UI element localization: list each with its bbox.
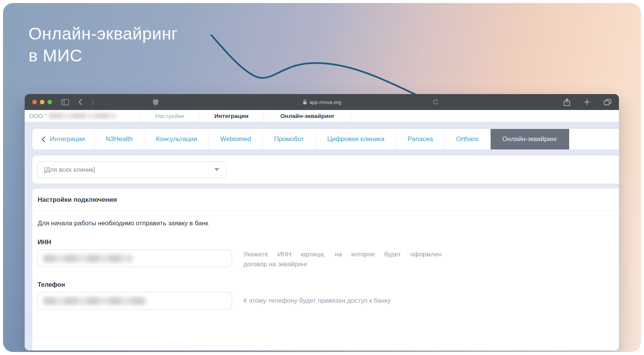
sidebar-icon[interactable]	[61, 99, 69, 105]
breadcrumb-settings[interactable]: Настройки	[140, 110, 199, 122]
tab-bar-filler	[569, 129, 619, 149]
breadcrumb-integrations[interactable]: Интеграции	[199, 110, 264, 122]
browser-window: app.rnova.org	[25, 94, 619, 350]
tab-digital-clinic[interactable]: Цифровая клиника	[316, 129, 396, 149]
chevron-down-icon	[214, 168, 219, 171]
new-tab-icon[interactable]	[584, 99, 590, 105]
tab-promobot[interactable]: Промобот	[262, 129, 316, 149]
tab-n3health[interactable]: N3Health	[94, 129, 144, 149]
app-page: Интеграции N3Health Консультации Webiome…	[25, 122, 619, 350]
inn-field-group: ИНН Укажите ИНН юрлица, на которое будет…	[38, 239, 614, 270]
gradient-background: Онлайн-эквайринг в МИС	[3, 3, 641, 352]
forward-icon[interactable]	[91, 99, 95, 105]
inn-label: ИНН	[38, 239, 614, 246]
breadcrumb-acquiring[interactable]: Онлайн-эквайринг	[264, 110, 351, 122]
refresh-icon[interactable]	[432, 99, 439, 105]
slide-title-line2: в МИС	[28, 45, 178, 67]
tab-webiomed[interactable]: Webiomed	[208, 129, 262, 149]
phone-field-group: Телефон К этому телефону будет привязан …	[38, 281, 614, 309]
slide-title-line1: Онлайн-эквайринг	[28, 23, 178, 45]
clinic-filter-value: [Для всех клиник]	[44, 166, 95, 173]
phone-hint: К этому телефону будет привязан доступ к…	[243, 296, 442, 306]
tab-overview-icon[interactable]	[604, 99, 611, 105]
chevron-left-icon	[41, 136, 46, 143]
inn-input[interactable]	[38, 250, 232, 267]
tab-consultations[interactable]: Консультации	[144, 129, 208, 149]
address-bar[interactable]: app.rnova.org	[303, 94, 341, 110]
clinic-filter-select[interactable]: [Для всех клиник]	[37, 161, 226, 178]
back-icon[interactable]	[78, 99, 82, 105]
browser-toolbar: app.rnova.org	[25, 94, 619, 110]
close-window-button[interactable]	[32, 100, 37, 104]
share-icon[interactable]	[564, 98, 570, 106]
tab-orthanc[interactable]: Orthanc	[444, 129, 490, 149]
lock-icon	[303, 99, 307, 105]
integration-tab-bar: Интеграции N3Health Консультации Webiome…	[32, 129, 619, 149]
phone-label: Телефон	[38, 281, 614, 288]
clinic-filter-card: [Для всех клиник]	[32, 156, 619, 184]
url-text: app.rnova.org	[309, 99, 341, 105]
connection-settings-form: Для начала работы необходимо отправить з…	[32, 210, 619, 309]
shield-icon[interactable]	[153, 99, 159, 106]
phone-value-blurred	[43, 297, 147, 305]
form-intro-text: Для начала работы необходимо отправить з…	[38, 220, 614, 227]
phone-input[interactable]	[38, 292, 232, 309]
company-prefix: ООО "	[29, 113, 47, 119]
breadcrumb-company[interactable]: ООО "	[25, 110, 140, 122]
minimize-window-button[interactable]	[40, 100, 44, 104]
tab-back-integrations[interactable]: Интеграции	[32, 129, 94, 149]
section-title: Настройки подключения	[32, 188, 619, 210]
inn-hint-line1: Укажите ИНН юрлица, на которое будет офо…	[243, 250, 442, 259]
inn-hint: Укажите ИНН юрлица, на которое будет офо…	[243, 250, 442, 270]
company-name-blurred	[49, 113, 116, 119]
breadcrumb: ООО " Настройки Интеграции Онлайн-эквайр…	[25, 110, 619, 122]
tab-back-label: Интеграции	[50, 135, 85, 143]
inn-value-blurred	[43, 254, 133, 262]
tab-online-acquiring-selected[interactable]: Онлайн-эквайринг	[491, 129, 569, 149]
zoom-window-button[interactable]	[47, 100, 52, 104]
connection-settings-card: Настройки подключения Для начала работы …	[32, 188, 619, 350]
inn-hint-line2: договор на эквайринг	[243, 261, 308, 268]
tab-panacea[interactable]: Panacea	[396, 129, 444, 149]
slide-title: Онлайн-эквайринг в МИС	[28, 23, 178, 66]
